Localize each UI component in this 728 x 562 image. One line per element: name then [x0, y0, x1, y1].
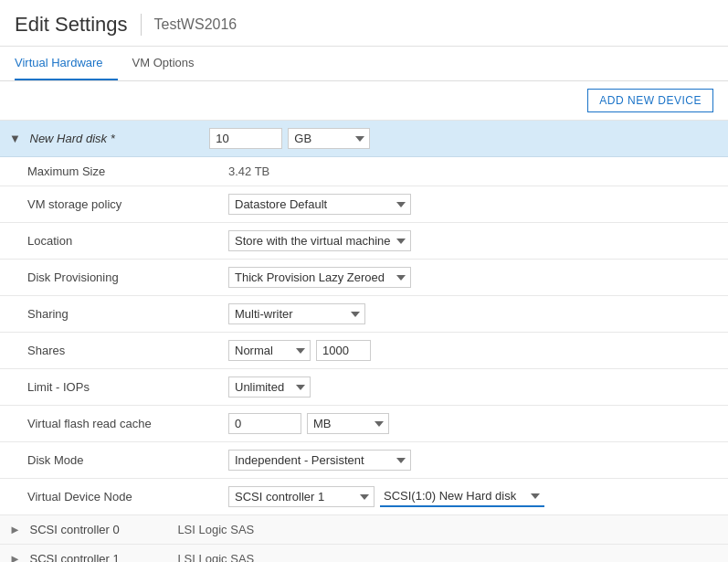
field-value: Unlimited	[201, 369, 728, 406]
shares-value-input[interactable]	[316, 340, 371, 361]
disk-provisioning-select[interactable]: Thick Provision Lazy Zeroed	[228, 267, 411, 288]
table-row: Maximum Size 3.42 TB	[0, 157, 728, 186]
table-row: Sharing Multi-writer	[0, 296, 728, 333]
field-value: Independent - Persistent	[201, 442, 728, 479]
page-title: Edit Settings	[15, 13, 128, 37]
field-value: Thick Provision Lazy Zeroed	[201, 260, 728, 296]
scsi-controller-0-row: ► SCSI controller 0 LSI Logic SAS	[0, 515, 728, 545]
scsi0-value: LSI Logic SAS	[177, 523, 254, 536]
table-row: VM storage policy Datastore Default	[0, 186, 728, 223]
field-label: Location	[0, 223, 201, 260]
hard-disk-size-input[interactable]	[209, 128, 282, 149]
field-label: Sharing	[0, 296, 201, 333]
scsi1-value: LSI Logic SAS	[177, 552, 254, 562]
field-value: 3.42 TB	[201, 157, 728, 186]
field-value: Normal Low High Custom	[201, 333, 728, 369]
scsi0-expand-toggle[interactable]: ►	[9, 523, 21, 536]
table-row: Limit - IOPs Unlimited	[0, 369, 728, 406]
add-new-device-button[interactable]: ADD NEW DEVICE	[587, 89, 713, 112]
shares-select[interactable]: Normal Low High Custom	[228, 340, 311, 361]
tab-virtual-hardware[interactable]: Virtual Hardware	[15, 47, 118, 80]
header: Edit Settings TestWS2016	[0, 0, 728, 47]
field-label: Virtual Device Node	[0, 479, 201, 515]
field-value: MB GB	[201, 406, 728, 442]
field-value: SCSI controller 1 SCSI controller 0 SCSI…	[201, 479, 728, 515]
vflash-cache-input[interactable]	[228, 413, 301, 434]
scsi-controller-1-row: ► SCSI controller 1 LSI Logic SAS	[0, 545, 728, 563]
table-row: Disk Provisioning Thick Provision Lazy Z…	[0, 260, 728, 296]
table-row: Disk Mode Independent - Persistent	[0, 442, 728, 479]
field-label: Disk Mode	[0, 442, 201, 479]
field-value: Multi-writer	[201, 296, 728, 333]
table-row: Location Store with the virtual machine	[0, 223, 728, 260]
location-select[interactable]: Store with the virtual machine	[228, 230, 411, 251]
scsi-node-select[interactable]: SCSI(1:0) New Hard disk	[380, 486, 544, 507]
field-label: Limit - IOPs	[0, 369, 201, 406]
vflash-cache-unit-select[interactable]: MB GB	[307, 413, 389, 434]
field-value: Store with the virtual machine	[201, 223, 728, 260]
scsi1-label: SCSI controller 1	[30, 552, 120, 562]
field-label: Shares	[0, 333, 201, 369]
tab-vm-options[interactable]: VM Options	[132, 47, 209, 80]
field-label: Disk Provisioning	[0, 260, 201, 296]
disk-mode-select[interactable]: Independent - Persistent	[228, 450, 411, 471]
limit-iops-select[interactable]: Unlimited	[228, 376, 311, 398]
scsi1-expand-toggle[interactable]: ►	[9, 552, 21, 562]
table-row: Shares Normal Low High Custom	[0, 333, 728, 369]
settings-table: ▼ New Hard disk * GB MB TB	[0, 121, 728, 562]
header-divider	[141, 14, 142, 36]
table-row: Virtual Device Node SCSI controller 1 SC…	[0, 479, 728, 515]
field-label: Maximum Size	[0, 157, 201, 186]
field-label: Virtual flash read cache	[0, 406, 201, 442]
new-hard-disk-section: ▼ New Hard disk * GB MB TB	[0, 121, 728, 157]
virtual-device-node-select[interactable]: SCSI controller 1 SCSI controller 0	[228, 486, 375, 507]
sharing-select[interactable]: Multi-writer	[228, 303, 365, 324]
hard-disk-unit-select[interactable]: GB MB TB	[288, 128, 370, 149]
vm-name: TestWS2016	[154, 16, 237, 33]
vm-storage-policy-select[interactable]: Datastore Default	[228, 194, 411, 215]
toolbar: ADD NEW DEVICE	[0, 81, 728, 121]
section-collapse-toggle[interactable]: ▼	[9, 132, 21, 145]
section-label: New Hard disk *	[30, 132, 115, 145]
tabs: Virtual Hardware VM Options	[0, 47, 728, 81]
settings-scroll-area[interactable]: ▼ New Hard disk * GB MB TB	[0, 121, 728, 562]
table-row: Virtual flash read cache MB GB	[0, 406, 728, 442]
field-value: Datastore Default	[201, 186, 728, 223]
scsi0-label: SCSI controller 0	[30, 523, 120, 536]
field-label: VM storage policy	[0, 186, 201, 223]
